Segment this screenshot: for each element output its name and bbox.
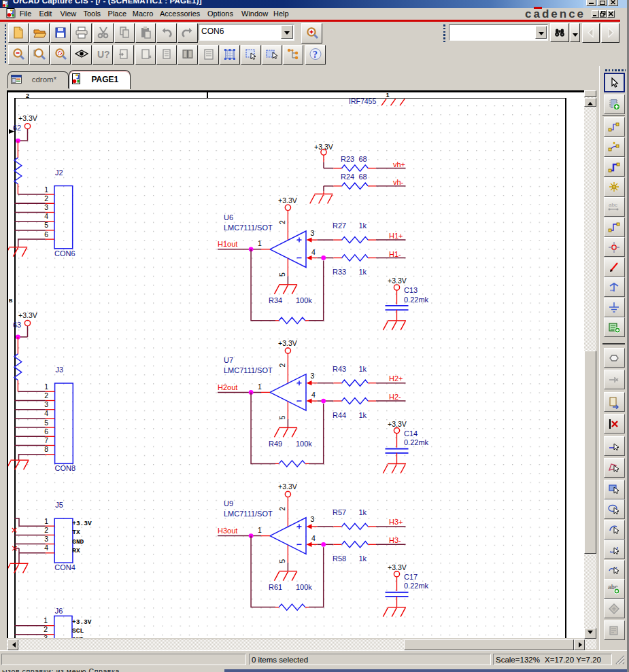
svg-text:1k: 1k [359, 554, 367, 562]
svg-text:4: 4 [44, 212, 48, 220]
svg-text:0.22mk: 0.22mk [404, 582, 429, 590]
svg-text:C13: C13 [404, 286, 418, 294]
svg-text:vh+: vh+ [393, 160, 405, 169]
svg-text:GND: GND [72, 636, 84, 638]
svg-text:R24: R24 [341, 173, 354, 181]
svg-text:2: 2 [278, 506, 286, 510]
svg-text:7: 7 [44, 436, 48, 444]
svg-text:H2out: H2out [218, 383, 237, 391]
svg-text:R34: R34 [269, 296, 282, 304]
svg-text:RX: RX [72, 546, 80, 554]
svg-text:C17: C17 [404, 572, 418, 580]
svg-text:+3.3V: +3.3V [278, 339, 297, 347]
svg-text:1k: 1k [359, 364, 367, 372]
svg-text:2: 2 [278, 220, 286, 224]
svg-text:6: 6 [44, 230, 48, 238]
svg-text:LMC7111/SOT: LMC7111/SOT [224, 366, 273, 374]
svg-text:U?: U? [97, 49, 109, 60]
svg-text:1k: 1k [359, 508, 367, 516]
svg-text:2: 2 [44, 391, 48, 400]
svg-text:R49: R49 [269, 439, 282, 447]
svg-text:3: 3 [44, 203, 48, 211]
svg-text:68: 68 [359, 173, 367, 181]
svg-text:+3.3V: +3.3V [18, 311, 37, 319]
svg-text:U7: U7 [224, 356, 233, 364]
svg-text:1: 1 [258, 382, 262, 390]
svg-text:1: 1 [258, 525, 262, 533]
svg-text:4: 4 [311, 534, 316, 542]
svg-text:J2: J2 [55, 168, 63, 176]
svg-text:0.22mk: 0.22mk [404, 295, 429, 303]
svg-text:0.22mk: 0.22mk [404, 438, 429, 446]
svg-text:3: 3 [311, 515, 315, 523]
svg-text:1k: 1k [359, 410, 367, 419]
svg-text:5: 5 [278, 415, 286, 419]
svg-text:100k: 100k [296, 296, 312, 304]
svg-text:IRF7455: IRF7455 [349, 97, 376, 105]
svg-text:H3-: H3- [389, 536, 401, 544]
svg-text:2: 2 [44, 625, 48, 633]
svg-text:1: 1 [44, 516, 48, 525]
svg-text:H3out: H3out [218, 526, 237, 534]
svg-text:+3.3V: +3.3V [72, 618, 92, 626]
svg-text:1: 1 [44, 616, 48, 624]
svg-text:H3+: H3+ [389, 518, 403, 526]
svg-text:C14: C14 [404, 429, 418, 437]
svg-text:4: 4 [44, 409, 48, 417]
svg-text:CON6: CON6 [54, 249, 75, 257]
svg-text:LMC7111/SOT: LMC7111/SOT [224, 510, 273, 518]
svg-text:**: ** [610, 289, 614, 294]
svg-text:3: 3 [44, 400, 48, 408]
svg-text:2: 2 [44, 194, 48, 202]
svg-text:TX: TX [72, 529, 80, 536]
svg-text:4: 4 [311, 391, 316, 399]
svg-text:100k: 100k [296, 439, 312, 447]
svg-text:3: 3 [311, 372, 315, 380]
svg-text:4: 4 [311, 247, 316, 255]
svg-text:U9: U9 [224, 499, 233, 508]
svg-text:5: 5 [278, 272, 286, 277]
svg-text:CON4: CON4 [54, 563, 75, 571]
svg-text:1: 1 [386, 92, 389, 99]
svg-text:H1+: H1+ [389, 231, 403, 239]
svg-text:1: 1 [44, 382, 48, 390]
svg-text:1: 1 [44, 185, 48, 193]
svg-text:R23: R23 [341, 155, 354, 163]
svg-text:2: 2 [44, 525, 48, 533]
svg-text:R27: R27 [333, 222, 346, 230]
svg-text:+3.3V: +3.3V [278, 196, 297, 204]
svg-text:+3.3V: +3.3V [278, 482, 297, 491]
svg-text:R33: R33 [333, 268, 346, 276]
svg-text:H2+: H2+ [389, 374, 403, 383]
svg-text:2: 2 [278, 363, 286, 367]
svg-text:H2-: H2- [389, 393, 401, 401]
svg-text:63: 63 [13, 321, 21, 329]
svg-text:+3.3V: +3.3V [388, 277, 407, 285]
svg-text:5: 5 [278, 559, 286, 563]
svg-text:2: 2 [26, 92, 29, 99]
svg-text:R44: R44 [333, 410, 346, 419]
svg-text:1k: 1k [359, 268, 367, 276]
svg-text:R57: R57 [333, 508, 346, 516]
svg-text:vh-: vh- [393, 178, 404, 186]
svg-text:5: 5 [44, 221, 48, 229]
svg-text:+3.3V: +3.3V [18, 114, 37, 122]
svg-text:+3.3V: +3.3V [388, 419, 407, 427]
svg-text:CON8: CON8 [55, 464, 76, 472]
svg-text:B: B [9, 298, 13, 304]
svg-text:abc: abc [609, 202, 617, 208]
svg-text:H1out: H1out [218, 240, 237, 248]
svg-text:R58: R58 [333, 554, 346, 562]
svg-text:62: 62 [13, 124, 21, 132]
svg-text:3: 3 [311, 228, 315, 236]
svg-text:+3.3V: +3.3V [72, 520, 92, 527]
svg-text:68: 68 [359, 155, 367, 163]
svg-text:100k: 100k [296, 582, 312, 590]
svg-text:3: 3 [44, 535, 48, 543]
svg-text:?: ? [313, 50, 318, 60]
svg-text:J6: J6 [55, 607, 63, 615]
svg-text:H1-: H1- [389, 249, 401, 258]
svg-text:R43: R43 [333, 364, 346, 372]
svg-text:4: 4 [44, 544, 48, 552]
svg-text:6: 6 [44, 427, 48, 435]
